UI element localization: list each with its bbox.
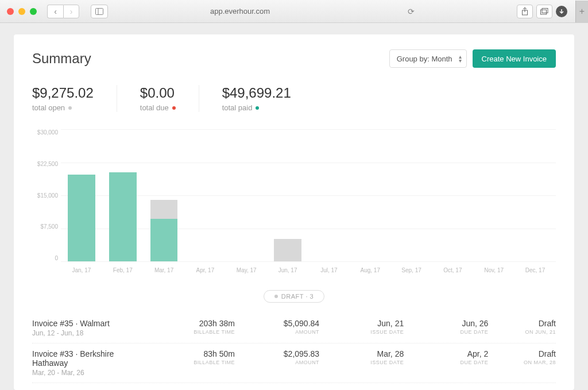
col-label: DUE DATE [404,329,488,335]
invoice-due-date: Jun, 26 [404,319,488,328]
bar-slot [267,129,308,261]
close-window-button[interactable] [7,8,14,15]
x-tick: May, 17 [226,267,267,279]
col-label: ISSUE DATE [319,360,404,365]
main-card: Summary Group by: Month ▴▾ Create New In… [14,34,574,390]
chart-bar[interactable] [274,239,301,261]
select-caret-icon: ▴▾ [459,55,462,63]
invoice-amount: $5,090.84 [235,319,319,328]
chart-plot [61,129,556,261]
x-tick: Dec, 17 [514,267,556,279]
draft-filter-pill[interactable]: DRAFT · 3 [264,290,324,303]
invoice-title: Invoice #35 · Walmart [32,319,150,328]
x-tick: Jun, 17 [267,267,308,279]
url-display[interactable]: app.everhour.com [210,7,270,16]
x-tick: Aug, 17 [350,267,391,279]
create-invoice-button[interactable]: Create New Invoice [473,49,556,68]
bar-slot [473,129,514,261]
col-label: DUE DATE [404,360,488,365]
page-header: Summary Group by: Month ▴▾ Create New In… [32,49,556,68]
bar-segment-paid [150,219,178,261]
invoice-billable: 203h 38m [150,319,235,328]
chevron-right-icon: › [70,7,73,16]
download-icon [559,9,564,14]
bar-slot [61,129,102,261]
svg-rect-4 [542,8,548,13]
bar-segment-paid [109,172,137,261]
downloads-button[interactable] [556,6,567,17]
status-dot-icon [172,106,176,110]
invoice-row[interactable]: Invoice #35 · Walmart Jun, 12 - Jun, 18 … [32,313,556,343]
col-label: AMOUNT [235,329,319,335]
col-label: AMOUNT [235,360,319,365]
x-tick: Apr, 17 [184,267,226,279]
group-by-select[interactable]: Group by: Month ▴▾ [389,49,467,68]
invoice-status-sub: ON MAR, 28 [488,360,556,365]
x-tick: Sep, 17 [391,267,432,279]
col-label: BILLABLE TIME [150,329,235,335]
status-dot-icon [256,106,259,110]
bar-slot [226,129,267,261]
share-button[interactable] [517,5,533,18]
tabs-icon [540,8,548,15]
invoice-due-date: Apr, 2 [404,349,488,358]
y-tick: $22,500 [32,161,58,167]
sidebar-toggle-button[interactable] [91,5,108,18]
minimize-window-button[interactable] [18,8,25,15]
bar-slot [102,129,144,261]
bar-slot [391,129,432,261]
col-label: ISSUE DATE [319,329,404,335]
browser-toolbar: ‹ › app.everhour.com ⟳ + [0,0,588,23]
y-tick: $30,000 [32,129,58,136]
x-tick: Jan, 17 [61,267,102,279]
bar-slot [432,129,473,261]
forward-button[interactable]: › [63,5,79,18]
maximize-window-button[interactable] [30,8,37,15]
invoice-amount: $2,095.83 [235,349,319,358]
stat-label: total due [140,103,169,112]
stats-row: $9,275.02 total open $0.00 total due $49… [32,85,556,112]
invoice-row[interactable]: Invoice #4_15_73 · CVS Health Mar, 13 - … [32,383,556,390]
reload-button[interactable]: ⟳ [408,7,415,16]
chart-bar[interactable] [109,172,137,261]
invoice-status: Draft [488,349,556,358]
chart-x-axis: Jan, 17Feb, 17Mar, 17Apr, 17May, 17Jun, … [61,267,556,279]
new-tab-button[interactable]: + [575,1,588,22]
window-controls [7,8,37,15]
x-tick: Feb, 17 [102,267,144,279]
invoice-status-sub: ON JUN, 21 [488,329,556,335]
stat-total-due: $0.00 total due [140,85,199,112]
invoice-date-range: Jun, 12 - Jun, 18 [32,329,150,337]
chart-bar[interactable] [150,200,178,261]
invoice-date-range: Mar, 20 - Mar, 26 [32,369,150,377]
stat-value: $49,699.21 [222,85,291,101]
y-tick: 0 [32,255,58,261]
tabs-button[interactable] [536,5,552,18]
share-icon [521,7,528,16]
app-viewport: Summary Group by: Month ▴▾ Create New In… [0,23,588,390]
invoice-status: Draft [488,319,556,328]
stat-total-paid: $49,699.21 total paid [222,85,314,112]
x-tick: Jul, 17 [308,267,350,279]
col-label: BILLABLE TIME [150,360,235,365]
invoice-list: Invoice #35 · Walmart Jun, 12 - Jun, 18 … [32,313,556,390]
invoice-issue-date: Mar, 28 [319,349,404,358]
revenue-chart: $30,000 $22,500 $15,000 $7,500 0 Jan, 17… [32,129,556,279]
chart-bar[interactable] [68,175,95,261]
invoice-issue-date: Jun, 21 [319,319,404,328]
x-tick: Nov, 17 [473,267,514,279]
invoice-billable: 83h 50m [150,349,235,358]
group-by-label: Group by: Month [397,55,452,63]
bar-segment-open [150,200,178,218]
stat-label: total open [32,103,65,112]
chart-y-axis: $30,000 $22,500 $15,000 $7,500 0 [32,129,58,261]
invoice-row[interactable]: Invoice #33 · Berkshire Hathaway Mar, 20… [32,343,556,383]
stat-value: $0.00 [140,85,176,101]
back-button[interactable]: ‹ [47,5,63,18]
svg-rect-0 [96,8,103,14]
y-tick: $7,500 [32,223,58,230]
page-title: Summary [32,51,91,67]
bar-slot [184,129,226,261]
filter-pill-row: DRAFT · 3 [32,290,556,303]
y-tick: $15,000 [32,192,58,199]
